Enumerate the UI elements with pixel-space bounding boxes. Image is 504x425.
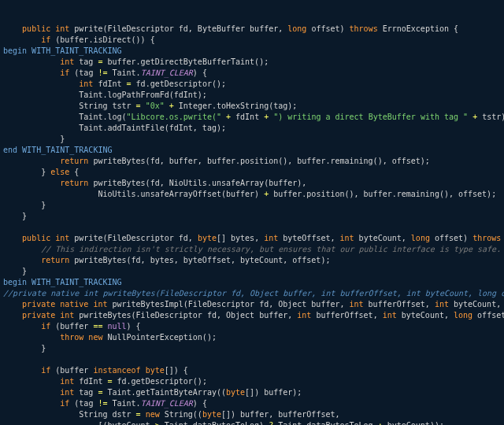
code-line: int tag = buffer.getDirectByteBufferTain… — [3, 57, 269, 66]
code-line: } — [3, 267, 27, 275]
code-line: private native int pwriteBytesImpl(FileD… — [3, 300, 504, 309]
code-line: if (buffer.isDirect()) { — [3, 35, 155, 44]
commented-prototype: //private native int pwriteBytes(FileDes… — [3, 289, 504, 298]
code-line: return pwriteBytes(fd, bytes, byteOffset… — [3, 256, 330, 264]
region-begin: begin WITH_TAINT_TRACKING — [3, 278, 122, 286]
code-line: [(byteCount > Taint.dataBytesToLog) ? Ta… — [3, 421, 444, 425]
code-line: String tstr = "0x" + Integer.toHexString… — [3, 102, 297, 110]
code-line: } — [3, 135, 65, 143]
code-line: Taint.addTaintFile(fdInt, tag); — [3, 124, 226, 132]
code-line: if (tag != Taint.TAINT_CLEAR) { — [3, 68, 207, 77]
code-line: return pwriteBytes(fd, NioUtils.unsafeAr… — [3, 179, 306, 187]
code-line: int tag = Taint.getTaintByteArray((byte[… — [3, 388, 302, 397]
code-line: // This indirection isn't strictly neces… — [3, 245, 501, 253]
code-line: if (buffer == null) { — [3, 322, 141, 331]
code-line: } — [3, 201, 46, 209]
code-line: public int pwrite(FileDescriptor fd, Byt… — [3, 24, 458, 33]
code-line: if (tag != Taint.TAINT_CLEAR) { — [3, 399, 207, 408]
code-line: } — [3, 344, 46, 353]
code-block: public int pwrite(FileDescriptor fd, Byt… — [3, 24, 501, 425]
code-line: int fdInt = fd.getDescriptor(); — [3, 79, 226, 88]
code-line: Taint.log("Libcore.os.pwrite(" + fdInt +… — [3, 113, 504, 121]
region-end: end WITH_TAINT_TRACKING — [3, 146, 112, 154]
code-line: } — [3, 212, 27, 220]
code-line: return pwriteBytes(fd, buffer, buffer.po… — [3, 157, 430, 165]
code-line: NioUtils.unsafeArrayOffset(buffer) + buf… — [3, 190, 496, 198]
code-line: } else { — [3, 168, 79, 176]
code-line: throw new NullPointerException(); — [3, 333, 217, 342]
code-line: int fdInt = fd.getDescriptor(); — [3, 377, 207, 386]
region-begin: begin WITH_TAINT_TRACKING — [3, 46, 122, 55]
code-line: Taint.logPathFromFd(fdInt); — [3, 91, 207, 99]
code-line: private int pwriteBytes(FileDescriptor f… — [3, 311, 504, 320]
code-line: public int pwrite(FileDescriptor fd, byt… — [3, 234, 504, 242]
code-line: if (buffer instanceof byte[]) { — [3, 366, 188, 375]
code-line: String dstr = new String((byte[]) buffer… — [3, 410, 340, 419]
